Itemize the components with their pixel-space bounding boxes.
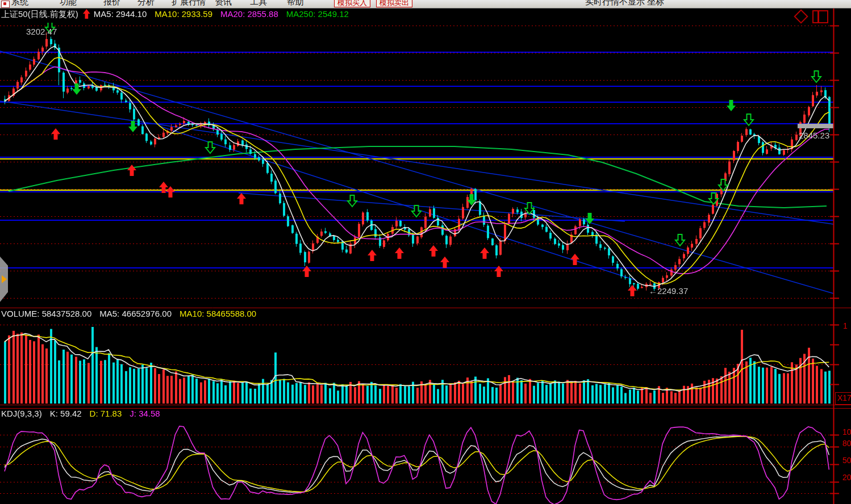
sim-buy-button[interactable]: 模拟买入 (334, 0, 370, 7)
ma5-value: MA5: 2944.10 (94, 9, 147, 19)
kdj-axis-label-2: 50 (842, 456, 851, 465)
menu-item-7[interactable]: 帮助 (287, 0, 304, 7)
menu-item-5[interactable]: 资讯 (215, 0, 232, 7)
app-logo-icon[interactable] (1, 1, 10, 8)
menu-right-label: 实时行情不显示 坐标 (585, 0, 664, 7)
ma250-value: MA250: 2549.12 (286, 9, 349, 19)
low-price-label: ←2249.37 (649, 286, 688, 296)
up-arrow-icon (83, 9, 90, 19)
ma10-value: MA10: 2933.59 (155, 9, 212, 19)
volume-ma10-value: MA10: 58465588.00 (180, 309, 256, 318)
kdj-axis-label-1: 80 (842, 439, 851, 448)
sim-sell-button[interactable]: 模拟卖出 (376, 0, 412, 7)
last-price-label: 2845.23 (799, 131, 829, 140)
volume-axis-label: 1 (843, 321, 848, 330)
kdj-k-value: K: 59.42 (50, 409, 82, 418)
ma20-value: MA20: 2855.88 (220, 9, 278, 19)
split-window-icon[interactable] (812, 10, 828, 23)
volume-pane-header: VOLUME: 58437528.00MA5: 46652976.00MA10:… (1, 309, 264, 318)
symbol-title: 上证50(日线.前复权) (1, 9, 78, 19)
volume-scale-badge: X17 (835, 392, 851, 405)
kdj-axis-label-0: 100 (842, 427, 851, 436)
kdj-pane-header: KDJ(9,3,3)K: 59.42D: 71.83J: 34.58 (1, 409, 168, 418)
menu-item-2[interactable]: 报价 (103, 0, 120, 7)
kdj-name: KDJ(9,3,3) (1, 409, 42, 418)
menu-item-6[interactable]: 工具 (250, 0, 267, 7)
volume-ma5-value: MA5: 46652976.00 (99, 309, 172, 318)
volume-value: VOLUME: 58437528.00 (1, 309, 91, 318)
menu-item-1[interactable]: 功能 (60, 0, 77, 7)
trading-app-window: { "menubar": { "items": [ {"x": 20, "lab… (0, 0, 851, 504)
main-pane-header: 上证50(日线.前复权)MA5: 2944.10MA10: 2933.59MA2… (1, 9, 357, 20)
kdj-axis-label-3: 20 (842, 473, 851, 482)
chart-canvas[interactable] (0, 0, 851, 504)
menu-item-0[interactable]: 系统 (11, 0, 28, 7)
menu-bar: 系统功能报价分析扩展行情资讯工具帮助 模拟买入 模拟卖出 实时行情不显示 坐标 (0, 0, 851, 9)
menu-item-4[interactable]: 扩展行情 (172, 0, 206, 7)
menu-item-3[interactable]: 分析 (137, 0, 155, 7)
expand-arrow-icon (2, 275, 7, 283)
kdj-j-value: J: 34.58 (130, 409, 160, 418)
kdj-d-value: D: 71.83 (90, 409, 122, 418)
high-price-label: 3202.47 (26, 27, 57, 36)
